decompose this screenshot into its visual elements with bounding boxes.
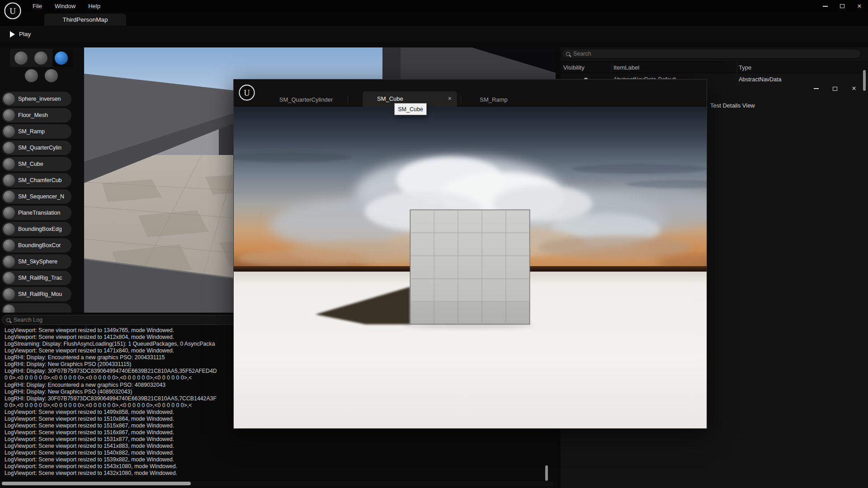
list-item[interactable]: SM_QuarterCylin [2,141,71,155]
search-icon [6,318,10,322]
list-item[interactable]: Sphere_inversen [2,92,71,106]
asset-label: SM_RailRig_Trac [18,275,62,281]
asset-editor-titlebar[interactable]: U SM_QuarterCylinder SM_Cube × SM_Ramp × [234,80,707,107]
close-button[interactable]: × [844,80,863,98]
menu-file[interactable]: File [26,0,48,12]
sphere-thumbnail-icon [3,256,15,267]
minimize-icon [814,88,819,89]
unreal-logo-icon: U [4,2,22,22]
sphere-thumbnail-icon [3,272,15,284]
column-visibility[interactable]: Visibility [563,62,585,74]
play-label: Play [19,31,31,38]
mode-button-5[interactable] [45,69,58,82]
sphere-thumbnail-icon [3,223,15,235]
menu-help[interactable]: Help [82,0,107,12]
asset-label: SM_Ramp [18,128,45,135]
log-line: LogViewport: Scene viewport resized to 1… [5,470,557,477]
list-item[interactable]: SM_RailRig_Trac [2,271,71,285]
search-icon [566,52,570,56]
list-item[interactable]: BoundingBoxEdg [2,222,71,236]
sphere-thumbnail-icon [3,305,15,313]
mode-button-3[interactable] [55,52,68,65]
log-vertical-scrollbar[interactable] [545,465,548,481]
maximize-icon [833,87,837,91]
maximize-button[interactable] [834,0,851,12]
play-button[interactable]: Play [10,26,31,42]
menu-bar: File Window Help × [0,0,868,12]
asset-label: BoundingBoxEdg [18,226,62,232]
asset-label: PlaneTranslation [18,210,60,216]
list-item[interactable] [2,303,71,313]
column-divider [737,63,737,73]
list-item[interactable]: SM_Ramp [2,124,71,139]
list-item[interactable]: SM_SkySphere [2,254,71,269]
asset-list: Sphere_inversenFloor_MeshSM_RampSM_Quart… [2,92,71,313]
outliner-header-row: Visibility ItemLabel Type [561,61,868,73]
tab-close-icon[interactable]: × [448,91,452,107]
sphere-thumbnail-icon [3,158,15,170]
tab-divider [461,96,461,103]
asset-label: BoundingBoxCor [18,242,61,249]
minimize-icon [823,6,828,7]
list-item[interactable]: SM_ChamferCub [2,173,71,188]
sphere-thumbnail-icon [3,142,15,154]
asset-label: Sphere_inversen [18,96,61,102]
outliner-search-box[interactable] [561,49,861,59]
list-item[interactable]: SM_Cube [2,157,71,171]
log-line: LogViewport: Scene viewport resized to 1… [5,463,557,470]
main-toolbar: Play [0,26,868,42]
asset-label: SM_ChamferCub [18,177,62,183]
asset-label: SM_RailRig_Mou [18,291,62,297]
maximize-button[interactable] [826,80,844,98]
close-icon: × [857,3,861,10]
sphere-thumbnail-icon [3,207,15,219]
log-line: LogViewport: Scene viewport resized to 1… [5,443,557,450]
list-item[interactable]: BoundingBoxCor [2,238,71,253]
list-item[interactable]: SM_Sequencer_N [2,189,71,204]
sphere-thumbnail-icon [3,191,15,202]
asset-editor-window-controls: × [807,80,863,98]
log-horizontal-scrollbar[interactable] [2,482,191,485]
cube-mesh [410,210,529,324]
maximize-icon [840,4,844,8]
asset-label: Floor_Mesh [18,112,48,118]
minimize-button[interactable] [807,80,826,98]
search-input[interactable] [573,51,857,57]
unreal-logo-icon: U [238,84,255,103]
asset-editor-window: U SM_QuarterCylinder SM_Cube × SM_Ramp × [233,79,707,429]
test-details-view-label: Test Details View [710,102,755,109]
tab-sm-quartercylinder[interactable]: SM_QuarterCylinder [272,92,340,107]
column-itemlabel[interactable]: ItemLabel [613,62,639,74]
close-button[interactable]: × [851,0,868,12]
tab-divider [348,96,348,103]
list-item[interactable]: Floor_Mesh [2,108,71,122]
tab-thirdpersonmap[interactable]: ThirdPersonMap [44,14,126,26]
preview-3d-scene[interactable] [234,107,707,428]
sphere-thumbnail-icon [3,109,15,121]
asset-label: SM_Sequencer_N [18,193,64,200]
menu-window[interactable]: Window [48,0,82,12]
sphere-thumbnail-icon [3,174,15,186]
column-type[interactable]: Type [739,62,751,74]
svg-text:U: U [9,6,16,16]
preview-viewport[interactable] [234,107,707,428]
column-divider [611,63,612,73]
log-line: LogViewport: Scene viewport resized to 1… [5,450,557,456]
asset-label: SM_QuarterCylin [18,145,61,151]
mode-button-1[interactable] [14,52,28,65]
asset-label: SM_SkySphere [18,258,57,265]
sphere-thumbnail-icon [3,239,15,251]
window-controls: × [816,0,868,12]
row-type: AbstractNavData [739,74,781,85]
mode-button-2[interactable] [34,52,47,65]
mode-button-4[interactable] [25,69,38,82]
tab-tooltip: SM_Cube [394,103,427,115]
log-line: LogViewport: Scene viewport resized to 1… [5,429,557,436]
list-item[interactable]: PlaneTranslation [2,206,71,220]
play-icon [10,31,15,38]
list-item[interactable]: SM_RailRig_Mou [2,287,71,301]
minimize-button[interactable] [816,0,834,12]
close-icon: × [852,85,856,92]
sphere-thumbnail-icon [3,126,15,137]
tab-sm-ramp[interactable]: SM_Ramp [464,92,523,107]
